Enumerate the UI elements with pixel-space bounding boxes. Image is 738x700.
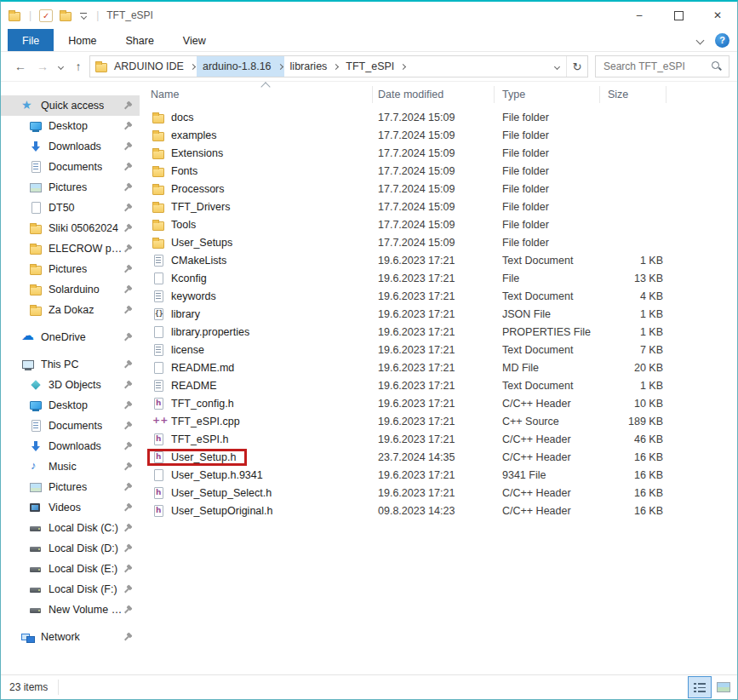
sidebar-item-music[interactable]: Music: [1, 456, 140, 477]
column-header-date-modified[interactable]: Date modified: [373, 86, 495, 103]
file-row-tft-config-h[interactable]: TFT_config.h 19.6.2023 17:21 C/C++ Heade…: [140, 394, 737, 412]
file-row-readme-md[interactable]: README.md 19.6.2023 17:21 MD File 20 KB: [140, 359, 737, 376]
file-row-tft-espi-h[interactable]: TFT_eSPI.h 19.6.2023 17:21 C/C++ Header …: [140, 430, 737, 448]
navigation-bar: ← → ↑ ARDUINO IDE arduino-1.8.16 librari…: [1, 52, 737, 82]
sidebar-item-label: Downloads: [49, 440, 101, 452]
header-file-icon: [152, 397, 165, 410]
address-dropdown-icon[interactable]: [547, 56, 566, 77]
sidebar-item-local-disk-d[interactable]: Local Disk (D:): [1, 538, 140, 559]
file-name: license: [171, 344, 204, 356]
address-bar[interactable]: ARDUINO IDE arduino-1.8.16 libraries TFT…: [89, 55, 588, 77]
breadcrumb-segment-0[interactable]: ARDUINO IDE: [108, 56, 197, 77]
file-row-extensions[interactable]: Extensions 17.7.2024 15:09 File folder: [140, 144, 737, 162]
tab-share[interactable]: Share: [112, 29, 169, 51]
sidebar-item-elecrow-project[interactable]: ELECROW project: [1, 238, 140, 259]
sidebar-item-label: Downloads: [49, 141, 101, 152]
search-input[interactable]: [602, 60, 711, 73]
sidebar-item-label: Desktop: [49, 120, 88, 132]
back-button[interactable]: ←: [9, 60, 31, 73]
search-box[interactable]: [595, 55, 729, 77]
file-row-kconfig[interactable]: Kconfig 19.6.2023 17:21 File 13 KB: [140, 269, 737, 287]
sidebar-item-za-dokaz[interactable]: Za Dokaz: [1, 300, 140, 320]
sidebar-item-desktop[interactable]: Desktop: [1, 116, 140, 136]
file-row-tft-espi-cpp[interactable]: TFT_eSPI.cpp 19.6.2023 17:21 C++ Source …: [140, 412, 737, 430]
expand-ribbon-icon[interactable]: [696, 36, 705, 44]
breadcrumb-chevron-icon[interactable]: [277, 63, 283, 69]
file-row-license[interactable]: license 19.6.2023 17:21 Text Document 7 …: [140, 341, 737, 359]
file-row-user-setup-h-9341[interactable]: User_Setup.h.9341 19.6.2023 17:21 9341 F…: [140, 466, 737, 484]
folder-icon: [29, 262, 43, 276]
minimize-button[interactable]: –: [620, 2, 659, 29]
file-row-library-properties[interactable]: library.properties 19.6.2023 17:21 PROPE…: [140, 323, 737, 341]
file-row-processors[interactable]: Processors 17.7.2024 15:09 File folder: [140, 180, 737, 198]
breadcrumb-segment-1[interactable]: arduino-1.8.16: [197, 56, 284, 77]
file-row-docs[interactable]: docs 17.7.2024 15:09 File folder: [140, 108, 737, 126]
file-row-keywords[interactable]: keywords 19.6.2023 17:21 Text Document 4…: [140, 287, 737, 305]
up-button[interactable]: ↑: [67, 60, 89, 73]
sidebar-item-local-disk-e[interactable]: Local Disk (E:): [1, 559, 140, 579]
breadcrumb-segment-3[interactable]: TFT_eSPI: [340, 56, 407, 77]
sidebar-item-downloads[interactable]: Downloads: [1, 136, 140, 157]
help-button[interactable]: ?: [715, 33, 729, 48]
sidebar-item-desktop[interactable]: Desktop: [1, 395, 140, 416]
qat-checkmark-icon[interactable]: ✓: [39, 9, 53, 22]
sidebar-item-onedrive[interactable]: OneDrive: [1, 327, 140, 347]
recent-locations-icon[interactable]: [54, 65, 67, 69]
column-header-size[interactable]: Size: [600, 86, 666, 103]
sidebar-item-local-disk-c[interactable]: Local Disk (C:): [1, 518, 140, 538]
file-name-wrap: examples: [147, 127, 228, 144]
breadcrumb-chevron-icon[interactable]: [333, 63, 339, 69]
sidebar-item-solarduino[interactable]: Solarduino: [1, 279, 140, 300]
maximize-button[interactable]: [659, 2, 698, 29]
close-button[interactable]: ✕: [698, 2, 737, 29]
file-row-user-setup-select-h[interactable]: User_Setup_Select.h 19.6.2023 17:21 C/C+…: [140, 484, 737, 502]
sidebar-item-label: Documents: [49, 420, 102, 432]
thumbnails-view-button[interactable]: [712, 676, 735, 698]
file-row-cmakelists[interactable]: CMakeLists 19.6.2023 17:21 Text Document…: [140, 251, 737, 269]
qat-folder-icon[interactable]: [59, 9, 72, 22]
sidebar-item-this-pc[interactable]: This PC: [1, 354, 140, 375]
file-type: C++ Source: [495, 416, 600, 427]
file-row-user-setup-h[interactable]: User_Setup.h 23.7.2024 14:35 C/C++ Heade…: [140, 448, 737, 466]
sidebar-item-quick-access[interactable]: Quick access: [1, 95, 140, 116]
sidebar-item-local-disk-f[interactable]: Local Disk (F:): [1, 579, 140, 600]
search-icon[interactable]: [711, 60, 723, 72]
sidebar-item-pictures[interactable]: Pictures: [1, 177, 140, 198]
file-row-user-setuporiginal-h[interactable]: User_SetupOriginal.h 09.8.2023 14:23 C/C…: [140, 502, 737, 519]
file-row-readme[interactable]: README 19.6.2023 17:21 Text Document 1 K…: [140, 376, 737, 394]
file-row-examples[interactable]: examples 17.7.2024 15:09 File folder: [140, 126, 737, 144]
file-row-tools[interactable]: Tools 17.7.2024 15:09 File folder: [140, 215, 737, 233]
breadcrumb-chevron-icon[interactable]: [400, 63, 406, 69]
file-name-wrap: keywords: [147, 288, 227, 305]
column-header-name[interactable]: Name: [140, 86, 373, 103]
sidebar-item-documents[interactable]: Documents: [1, 157, 140, 177]
file-date-modified: 19.6.2023 17:21: [373, 487, 495, 499]
forward-button[interactable]: →: [31, 60, 54, 73]
sidebar-item-3d-objects[interactable]: 3D Objects: [1, 375, 140, 395]
sidebar-item-videos[interactable]: Videos: [1, 497, 140, 518]
sidebar-item-network[interactable]: Network: [1, 627, 140, 647]
tab-file[interactable]: File: [8, 29, 54, 51]
file-row-library[interactable]: library 19.6.2023 17:21 JSON File 1 KB: [140, 305, 737, 323]
file-row-fonts[interactable]: Fonts 17.7.2024 15:09 File folder: [140, 162, 737, 180]
sidebar-item-label: Network: [41, 631, 80, 643]
sidebar-item-dt50[interactable]: DT50: [1, 198, 140, 218]
sidebar-item-new-volume-g[interactable]: New Volume (G:): [1, 600, 140, 620]
sidebar-item-sliki-05062024[interactable]: Sliki 05062024: [1, 218, 140, 238]
tab-view[interactable]: View: [169, 29, 220, 51]
qat-customize-dropdown-icon[interactable]: [78, 13, 89, 19]
sidebar-item-pictures[interactable]: Pictures: [1, 477, 140, 497]
sidebar-item-pictures[interactable]: Pictures: [1, 259, 140, 279]
refresh-icon[interactable]: ↻: [566, 56, 587, 77]
file-row-tft-drivers[interactable]: TFT_Drivers 17.7.2024 15:09 File folder: [140, 198, 737, 215]
sidebar-item-documents[interactable]: Documents: [1, 416, 140, 436]
tab-home[interactable]: Home: [54, 29, 111, 51]
file-row-user-setups[interactable]: User_Setups 17.7.2024 15:09 File folder: [140, 233, 737, 251]
sidebar-item-downloads[interactable]: Downloads: [1, 436, 140, 456]
column-header-type[interactable]: Type: [495, 86, 600, 103]
file-date-modified: 17.7.2024 15:09: [373, 129, 495, 141]
details-view-button[interactable]: [688, 676, 712, 698]
pin-icon: [123, 121, 134, 131]
breadcrumb-chevron-icon[interactable]: [190, 63, 196, 69]
breadcrumb-segment-2[interactable]: libraries: [284, 56, 340, 77]
